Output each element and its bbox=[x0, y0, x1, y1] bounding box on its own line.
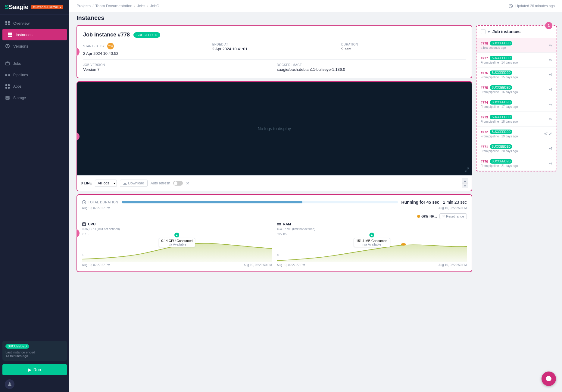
metrics-running: Running for 45 sec bbox=[401, 200, 439, 205]
meta-job-version: JOB VERSION Version 7 bbox=[83, 63, 272, 72]
svg-rect-4 bbox=[8, 33, 12, 34]
apps-icon bbox=[5, 84, 10, 89]
svg-rect-8 bbox=[6, 62, 9, 65]
log-content: No logs to display bbox=[77, 82, 472, 175]
run-button[interactable]: ▶ Run bbox=[2, 364, 67, 375]
list-item[interactable]: #777 SUCCEEDED From pipeline | 14 days a… bbox=[476, 53, 557, 67]
docker-image-value: saagie/bash:debian11-bullseye-1.136.0 bbox=[277, 67, 466, 72]
job-meta-grid: STARTED BY You 2 Apr 2024 10:40:52 ENDED… bbox=[83, 43, 466, 56]
grid-icon bbox=[5, 20, 10, 26]
list-item[interactable]: #770 SUCCEEDED From pipeline | 21 days a… bbox=[476, 156, 557, 171]
job-instances-panel-title: Job instances bbox=[492, 29, 520, 34]
job-instance-header: Job instance #778 SUCCEEDED bbox=[83, 32, 466, 38]
ram-chart-area: ▶ 151.1 MB Consumed n/a Available bbox=[277, 232, 467, 262]
auto-refresh-label: Auto refresh bbox=[151, 181, 170, 185]
svg-rect-15 bbox=[8, 87, 10, 89]
ram-play-button[interactable]: ▶ bbox=[370, 233, 374, 237]
list-item[interactable]: #773 SUCCEEDED From pipeline | 18 days a… bbox=[476, 112, 557, 127]
job-instance-card: Job instance #778 SUCCEEDED STARTED BY Y… bbox=[76, 25, 472, 78]
sidebar-item-jobs[interactable]: Jobs bbox=[0, 58, 69, 69]
chat-button[interactable] bbox=[542, 372, 556, 386]
panel-header: ▾ Job instances bbox=[476, 26, 557, 38]
sidebar-item-apps[interactable]: Apps bbox=[0, 81, 69, 92]
cpu-chart-times: Aug 10, 02:27:27 PM Aug 10, 02:29:50 PM bbox=[82, 263, 272, 267]
breadcrumb-jobc[interactable]: JobC bbox=[150, 4, 159, 8]
cpu-chart-section: CPU 0.36, CPU (limit not defined) ▶ 0.14… bbox=[82, 222, 272, 267]
svg-rect-0 bbox=[5, 21, 7, 23]
meta-duration: DURATION 9 sec bbox=[341, 43, 466, 56]
list-item[interactable]: #775 SUCCEEDED From pipeline | 16 days a… bbox=[476, 82, 557, 97]
status-text-line2: 13 minutes ago bbox=[5, 354, 64, 358]
versions-icon bbox=[5, 43, 10, 49]
user-avatar-sm: You bbox=[107, 43, 114, 49]
metrics-panel: TOTAL DURATION Running for 45 sec 2 min … bbox=[76, 194, 472, 272]
user-avatar[interactable] bbox=[5, 379, 14, 389]
breadcrumb: Projects / Team Documentation / Jobs / J… bbox=[76, 4, 159, 8]
download-button[interactable]: Download bbox=[120, 180, 147, 187]
log-filter-wrapper: All logs bbox=[95, 180, 117, 187]
breadcrumb-projects[interactable]: Projects bbox=[76, 4, 91, 8]
log-filter-select[interactable]: All logs bbox=[95, 180, 117, 187]
ended-value: 2 Apr 2024 10:41:01 bbox=[212, 47, 337, 51]
svg-rect-3 bbox=[8, 24, 10, 25]
job-instance-section: 2 Job instance #778 SUCCEEDED STARTED BY bbox=[76, 25, 472, 78]
metrics-section: 4 TOTAL DURATION Running for bbox=[76, 194, 472, 272]
pipelines-icon bbox=[5, 72, 10, 78]
breadcrumb-jobs[interactable]: Jobs bbox=[137, 4, 145, 8]
breadcrumb-team-documentation[interactable]: Team Documentation bbox=[95, 4, 133, 8]
sidebar: SSaagie PLATFORM Demo1 ▾ Overview Instan… bbox=[0, 0, 69, 392]
list-item[interactable]: #774 SUCCEEDED From pipeline | 17 days a… bbox=[476, 97, 557, 112]
sidebar-item-versions[interactable]: Versions bbox=[0, 40, 69, 52]
svg-rect-13 bbox=[8, 84, 10, 86]
page-header: Projects / Team Documentation / Jobs / J… bbox=[69, 0, 562, 12]
toggle-thumb bbox=[174, 181, 177, 185]
jobs-icon bbox=[5, 61, 10, 66]
list-item[interactable]: #778 SUCCEEDED a few seconds ago v7 bbox=[476, 38, 557, 53]
panel-checkbox[interactable] bbox=[481, 29, 486, 34]
job-status-badge: SUCCEEDED bbox=[133, 32, 160, 38]
close-icon[interactable]: ✕ bbox=[186, 181, 189, 186]
list-item[interactable]: #772 SUCCEEDED From pipeline | 19 days a… bbox=[476, 127, 557, 141]
edit-icon bbox=[549, 132, 552, 136]
instance-list: #778 SUCCEEDED a few seconds ago v7 #777… bbox=[476, 38, 557, 171]
scroll-controls: ▲ ▼ bbox=[462, 178, 468, 188]
metrics-duration: 2 min 23 sec bbox=[443, 200, 467, 205]
fullscreen-button[interactable] bbox=[464, 167, 469, 173]
cpu-play-button[interactable]: ▶ bbox=[174, 233, 179, 237]
started-value: 2 Apr 2024 10:40:52 bbox=[83, 51, 208, 56]
scroll-down-button[interactable]: ▼ bbox=[462, 183, 468, 188]
legend-item: GKE-NR... bbox=[417, 215, 437, 218]
list-item[interactable]: #771 SUCCEEDED From pipeline | 20 days a… bbox=[476, 141, 557, 156]
auto-refresh-toggle[interactable] bbox=[173, 181, 183, 186]
status-badge: SUCCEEDED bbox=[5, 344, 29, 349]
svg-rect-24 bbox=[83, 223, 85, 225]
svg-rect-1 bbox=[8, 21, 10, 23]
sidebar-item-storage[interactable]: Storage bbox=[0, 92, 69, 104]
scroll-up-button[interactable]: ▲ bbox=[462, 178, 468, 183]
ram-chart-title: RAM bbox=[277, 222, 467, 226]
ram-chart-section: RAM 464.07 MB (limit not defined) ▶ 151.… bbox=[277, 222, 467, 267]
svg-point-9 bbox=[5, 74, 7, 76]
sidebar-item-overview[interactable]: Overview bbox=[0, 17, 69, 29]
cpu-chart-title: CPU bbox=[82, 222, 272, 226]
sidebar-item-instances[interactable]: Instances bbox=[2, 29, 67, 40]
platform-badge[interactable]: PLATFORM Demo1 ▾ bbox=[31, 5, 63, 9]
instances-icon bbox=[7, 32, 13, 37]
reset-range-button[interactable]: ✕ Reset range bbox=[439, 213, 467, 219]
right-panel: 1 ▾ Job instances #778 SUCCEEDED bbox=[476, 25, 557, 388]
header-updated: Updated 26 minutes ago bbox=[509, 4, 555, 8]
svg-rect-14 bbox=[5, 87, 7, 89]
sidebar-bottom bbox=[0, 376, 69, 392]
log-panel: No logs to display 0 LINE All logs bbox=[76, 81, 472, 191]
svg-rect-12 bbox=[5, 84, 7, 86]
panel-number-badge: 1 bbox=[545, 22, 552, 29]
svg-point-30 bbox=[401, 243, 406, 246]
content-area: 2 Job instance #778 SUCCEEDED STARTED BY bbox=[69, 21, 562, 392]
svg-rect-2 bbox=[5, 24, 7, 25]
svg-rect-6 bbox=[8, 36, 12, 37]
sidebar-item-pipelines[interactable]: Pipelines bbox=[0, 69, 69, 81]
svg-point-18 bbox=[8, 97, 9, 97]
list-item[interactable]: #776 SUCCEEDED From pipeline | 15 days a… bbox=[476, 67, 557, 82]
job-instance-title: Job instance #778 bbox=[83, 32, 130, 38]
svg-rect-5 bbox=[8, 34, 12, 36]
